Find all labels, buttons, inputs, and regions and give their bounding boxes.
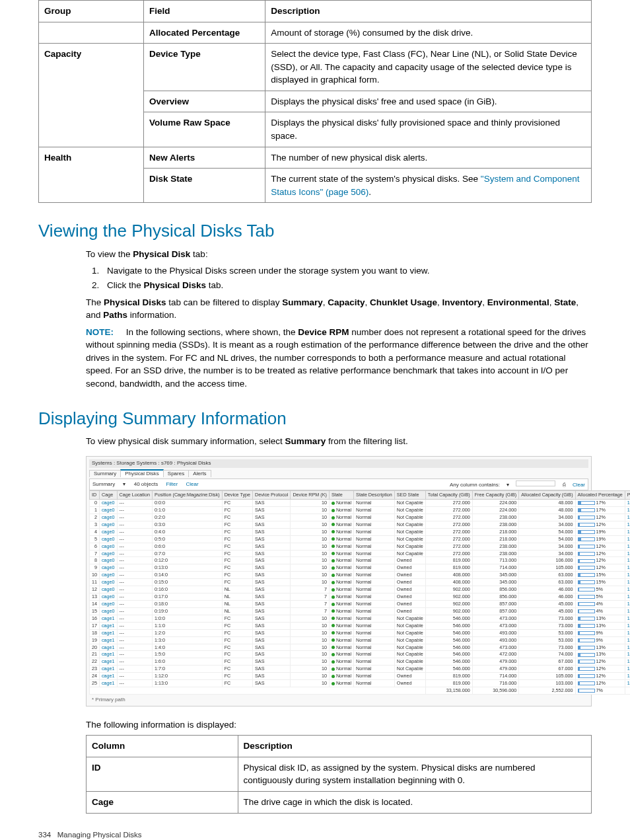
search-input[interactable]	[516, 480, 555, 486]
table-row[interactable]: 5cage0---0:5:0FCSAS10NormalNormalNot Cap…	[90, 535, 631, 543]
allocated-bar	[578, 559, 595, 563]
tab-physical-disks[interactable]: Physical Disks	[120, 469, 164, 478]
desc-cell: The current state of the system's physic…	[265, 169, 592, 203]
clear-link-2[interactable]: Clear	[573, 482, 585, 488]
allocated-bar	[578, 646, 595, 650]
desc-cell: Physical disk ID, as assigned by the sys…	[238, 757, 592, 791]
table-row[interactable]: 22cage1---1:6:0FCSAS10NormalNormalNot Ca…	[90, 658, 631, 666]
table-row[interactable]: 18cage1---1:2:0FCSAS10NormalNormalNot Ca…	[90, 629, 631, 636]
grid-header-cell[interactable]: ID	[90, 491, 100, 500]
tab-alerts[interactable]: Alerts	[188, 470, 211, 478]
grid-header-cell[interactable]: Allocated Percentage	[575, 491, 625, 500]
table-row[interactable]: 14cage0---0:18:0NLSAS7NormalNormalOwned9…	[90, 600, 631, 607]
summary-screenshot-figure: Systems : Storage Systems : s769 : Physi…	[86, 456, 592, 706]
allocated-bar	[578, 580, 595, 584]
filter-selector[interactable]: Summary ▾	[92, 481, 125, 487]
status-dot-icon	[332, 668, 335, 671]
clear-link[interactable]: Clear	[186, 481, 198, 487]
table-row[interactable]: 10cage0---0:14:0FCSAS10NormalNormalOwned…	[90, 572, 631, 579]
allocated-bar	[578, 573, 595, 577]
table-row[interactable]: 16cage1---1:0:0FCSAS10NormalNormalNot Ca…	[90, 615, 631, 622]
desc-cell: The number of new physical disk alerts.	[265, 147, 592, 169]
table-row[interactable]: 8cage0---0:12:0FCSAS10NormalNormalOwned8…	[90, 557, 631, 564]
grid-header-cell[interactable]: State	[329, 491, 353, 500]
status-dot-icon	[332, 552, 335, 555]
grid-header-cell[interactable]: Cage Location	[117, 491, 152, 500]
grid-header-cell[interactable]: Device Protocol	[253, 491, 291, 500]
column-cell: ID	[87, 757, 238, 791]
column-description-table: Column Description IDPhysical disk ID, a…	[86, 735, 592, 813]
table-row[interactable]: 6cage0---0:6:0FCSAS10NormalNormalNot Cap…	[90, 543, 631, 550]
status-dot-icon	[332, 682, 335, 685]
allocated-bar	[578, 523, 595, 527]
allocated-bar	[578, 515, 595, 519]
footer-title: Managing Physical Disks	[57, 831, 142, 839]
allocated-bar	[578, 624, 595, 628]
filter-link[interactable]: Filter	[166, 481, 178, 487]
status-dot-icon	[332, 581, 335, 584]
heading-displaying-summary-information: Displaying Summary Information	[38, 406, 592, 432]
table-row[interactable]: 24cage1---1:12:0FCSAS10NormalNormalOwned…	[90, 673, 631, 680]
table-row[interactable]: 7cage0---0:7:0FCSAS10NormalNormalNot Cap…	[90, 550, 631, 557]
table-row[interactable]: 3cage0---0:3:0FCSAS10NormalNormalNot Cap…	[90, 521, 631, 528]
grid-header-cell[interactable]: Free Capacity (GiB)	[472, 491, 519, 500]
grid-header-cell[interactable]: Allocated Capacity (GiB)	[519, 491, 575, 500]
table-row[interactable]: 13cage0---0:17:0NLSAS7NormalNormalOwned9…	[90, 593, 631, 601]
field-cell: New Alerts	[144, 147, 265, 169]
th-description2: Description	[238, 736, 592, 757]
table-row[interactable]: 4cage0---0:4:0FCSAS10NormalNormalNot Cap…	[90, 528, 631, 535]
tab-summary[interactable]: Summary	[89, 470, 121, 478]
status-dot-icon	[332, 588, 335, 592]
status-dot-icon	[332, 559, 335, 562]
table-row[interactable]: 25cage1---1:13:0FCSAS10NormalNormalOwned…	[90, 680, 631, 687]
group-field-description-table: Group Field Description Allocated Percen…	[38, 0, 592, 203]
export-icon[interactable]: ⎙	[563, 482, 566, 488]
allocated-bar	[578, 588, 595, 592]
status-dot-icon	[332, 646, 335, 649]
system-status-icons-link[interactable]: "System and Component Status Icons" (pag…	[271, 174, 579, 197]
table-row[interactable]: 0cage0---0:0:0FCSAS10NormalNormalNot Cap…	[90, 500, 631, 507]
tab-spares[interactable]: Spares	[163, 470, 189, 478]
allocated-bar	[578, 508, 595, 512]
grid-header-cell[interactable]: Device Type	[222, 491, 252, 500]
steps-list: Navigate to the Physical Disks screen un…	[86, 264, 592, 291]
field-cell: Device Type	[144, 44, 265, 91]
summary-intro: To view physical disk summary informatio…	[86, 435, 592, 448]
table-row[interactable]: 23cage1---1:7:0FCSAS10NormalNormalNot Ca…	[90, 666, 631, 673]
status-dot-icon	[332, 566, 335, 570]
grid-header-cell[interactable]: Total Capacity (GiB)	[425, 491, 472, 500]
grid-header-cell[interactable]: Cage	[100, 491, 118, 500]
status-dot-icon	[332, 530, 335, 533]
table-row[interactable]: 1cage0---0:1:0FCSAS10NormalNormalNot Cap…	[90, 506, 631, 514]
status-dot-icon	[332, 631, 335, 634]
filter-bar: Summary ▾ 40 objects Filter Clear Any co…	[89, 478, 588, 490]
table-row[interactable]: 21cage1---1:5:0FCSAS10NormalNormalNot Ca…	[90, 651, 631, 658]
column-cell: Cage	[87, 792, 238, 814]
table-row[interactable]: 2cage0---0:2:0FCSAS10NormalNormalNot Cap…	[90, 514, 631, 521]
allocated-bar	[578, 566, 595, 570]
post-figure-text: The following information is displayed:	[86, 718, 592, 732]
allocated-bar	[578, 595, 595, 599]
step-1: Navigate to the Physical Disks screen un…	[102, 264, 592, 278]
intro-view-physical-disk: To view the Physical Disk tab:	[86, 248, 592, 261]
table-row[interactable]: 17cage1---1:1:0FCSAS10NormalNormalNot Ca…	[90, 622, 631, 629]
table-row[interactable]: 20cage1---1:4:0FCSAS10NormalNormalNot Ca…	[90, 644, 631, 651]
allocated-bar	[578, 674, 595, 678]
grid-header-cell[interactable]: Port A (Node:Slot:Port)	[625, 491, 630, 500]
grid-header-cell[interactable]: Position (Cage:Magazine:Disk)	[152, 491, 222, 500]
allocated-bar	[578, 667, 595, 671]
allocated-bar	[578, 609, 595, 613]
desc-cell: Displays the physical disks' fully provi…	[265, 112, 592, 147]
th-description: Description	[265, 1, 592, 22]
table-row[interactable]: 9cage0---0:13:0FCSAS10NormalNormalOwned8…	[90, 564, 631, 572]
search-dropdown-icon[interactable]: ▾	[507, 482, 509, 488]
grid-header-cell[interactable]: State Description	[354, 491, 395, 500]
table-row[interactable]: 11cage0---0:15:0FCSAS10NormalNormalOwned…	[90, 579, 631, 586]
status-dot-icon	[332, 516, 335, 519]
allocated-bar	[578, 501, 595, 505]
table-row[interactable]: 19cage1---1:3:0FCSAS10NormalNormalNot Ca…	[90, 636, 631, 644]
table-row[interactable]: 15cage0---0:19:0NLSAS7NormalNormalOwned9…	[90, 607, 631, 615]
table-row[interactable]: 12cage0---0:16:0NLSAS7NormalNormalOwned9…	[90, 586, 631, 593]
grid-header-cell[interactable]: SED State	[394, 491, 425, 500]
grid-header-cell[interactable]: Device RPM (K)	[291, 491, 330, 500]
